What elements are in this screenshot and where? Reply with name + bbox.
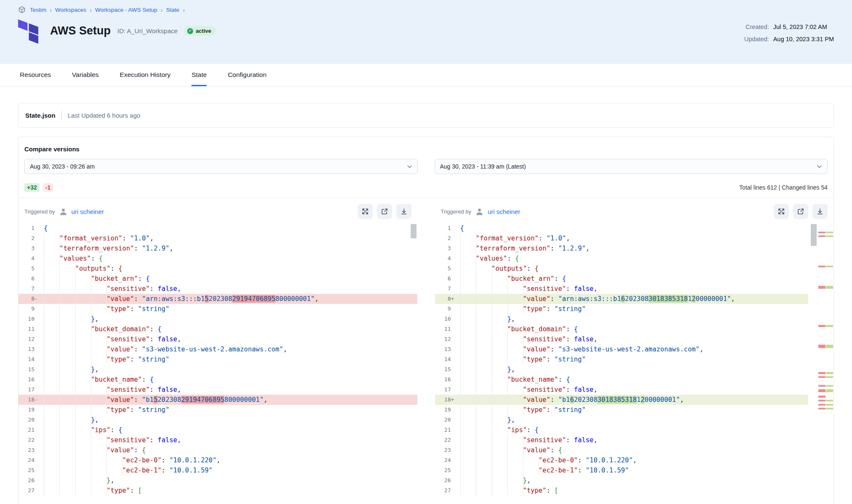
open-in-new-button[interactable] [377,204,392,219]
workspace-title-row: AWS Setup ID: A_Uri_Workspace ✓ active C… [18,18,834,45]
line-number: 6 [435,274,455,284]
breadcrumb: Testim›Workspaces›Workspace - AWS Setup›… [18,6,834,13]
ruler-mark [818,232,833,233]
line-number: 25 [19,465,39,475]
line-number: 12 [435,334,455,344]
code-line: 21"ips": { [435,425,809,435]
code-line: 19"type": "string" [19,405,417,415]
code-line: 2"format_version": "1.0", [19,233,417,243]
line-number: 25 [435,465,455,475]
line-number: 20 [19,415,39,425]
code-line: 5"outputs": { [19,264,417,274]
breadcrumb-link-workspace-aws-setup[interactable]: Workspace - AWS Setup [95,7,157,13]
chevron-down-icon [817,164,822,169]
line-number: 21 [435,425,455,435]
scrollbar-thumb[interactable] [811,224,817,246]
breadcrumb-link-workspaces[interactable]: Workspaces [55,7,86,13]
code-line: 1{ [435,223,809,233]
code-line: 12"sensitive": false, [19,334,417,344]
last-updated-text: Last Updated 6 hours ago [68,112,141,119]
line-number: 1 [435,223,455,233]
version-select-left[interactable]: Aug 30, 2023 - 09:26 am [24,159,418,174]
line-number: 24 [19,455,39,465]
code-line: 15}, [435,364,809,375]
code-line: 4"values": { [435,253,809,264]
code-line: 18+"value": "b16202308301838531812000000… [435,395,809,405]
code-line: 26}, [435,475,809,486]
line-number: 13 [435,344,455,354]
open-in-new-button[interactable] [793,204,808,219]
diff-summary-row: +32 -1 Total lines 612 | Changed lines 5… [19,183,833,192]
triggered-by-label: Triggered by [24,208,55,215]
version-select-right[interactable]: Aug 30, 2023 - 11:39 am (Latest) [435,159,828,174]
breadcrumb-link-testim[interactable]: Testim [30,7,46,13]
created-value: Jul 5, 2023 7:02 AM [773,24,834,30]
tab-bar: ResourcesVariablesExecution HistoryState… [0,64,852,87]
code-line: 7"sensitive": false, [435,284,809,294]
breadcrumb-link-state[interactable]: State [166,7,180,13]
workspace-header: Testim›Workspaces›Workspace - AWS Setup›… [0,0,852,64]
panel-actions [358,204,411,219]
expand-button[interactable] [358,204,373,219]
terraform-logo [18,18,44,45]
version-select-left-value: Aug 30, 2023 - 09:26 am [30,163,95,170]
expand-button[interactable] [774,204,789,219]
download-button[interactable] [812,204,828,219]
line-number: 17 [435,385,455,395]
tab-variables[interactable]: Variables [72,64,98,86]
line-number: 10 [435,314,455,324]
panel-header-right: Triggered by uri scheiner [435,198,834,219]
line-number: 11 [435,324,455,334]
tab-resources[interactable]: Resources [20,64,51,86]
user-link[interactable]: uri scheiner [72,208,104,215]
line-number: 6 [19,274,39,284]
status-badge-label: active [196,28,211,34]
chevron-down-icon [407,164,412,169]
user-link[interactable]: uri scheiner [488,208,520,215]
line-number: 16 [19,375,39,385]
line-number: 18- [19,395,39,405]
code-line: 8+"value": "arn:aws:s3:::b16202308301838… [435,294,809,304]
ruler-mark [818,400,833,401]
tab-execution-history[interactable]: Execution History [120,64,171,86]
ruler-mark [818,345,833,348]
code-line: 5"outputs": { [435,264,809,274]
divider [61,111,62,120]
line-number: 22 [19,435,39,445]
code-line: 20}, [19,415,417,425]
triggered-by-label: Triggered by [441,208,472,215]
state-file-name: State.json [25,112,56,119]
additions-badge: +32 [24,183,40,192]
tab-state[interactable]: State [191,64,207,86]
line-number: 7 [435,284,455,294]
breadcrumb-separator: › [89,7,92,13]
code-line: 22"sensitive": false, [435,435,809,445]
line-number: 11 [19,324,39,334]
code-line: 9"type": "string" [19,304,417,314]
line-number: 14 [435,354,455,364]
line-number: 23 [19,445,39,455]
created-label: Created: [744,24,769,30]
ruler-mark [818,396,833,398]
ruler-mark [818,286,833,289]
code-line: 12"sensitive": false, [435,334,809,344]
scrollbar-thumb[interactable] [411,224,417,238]
code-line: 7"sensitive": false, [19,284,417,294]
code-line: 10}, [435,314,809,324]
tab-configuration[interactable]: Configuration [228,64,266,86]
code-line: 20}, [435,415,809,425]
code-line: 25"ec2-be-1": "10.0.1.59" [19,465,417,475]
version-select-right-value: Aug 30, 2023 - 11:39 am (Latest) [440,163,526,170]
code-line: 4"values": { [19,253,417,264]
line-number: 27 [435,486,455,496]
main-content: State.json Last Updated 6 hours ago Comp… [0,103,852,504]
line-number: 10 [19,314,39,324]
code-line: 2"format_version": "1.0", [435,233,809,243]
download-button[interactable] [396,204,411,219]
line-number: 20 [435,415,455,425]
ruler-mark [818,404,833,406]
line-number: 16 [435,375,455,385]
ruler-mark [818,266,833,267]
diff-panel-right: Triggered by uri scheiner [435,198,834,496]
breadcrumb-separator: › [160,7,163,13]
